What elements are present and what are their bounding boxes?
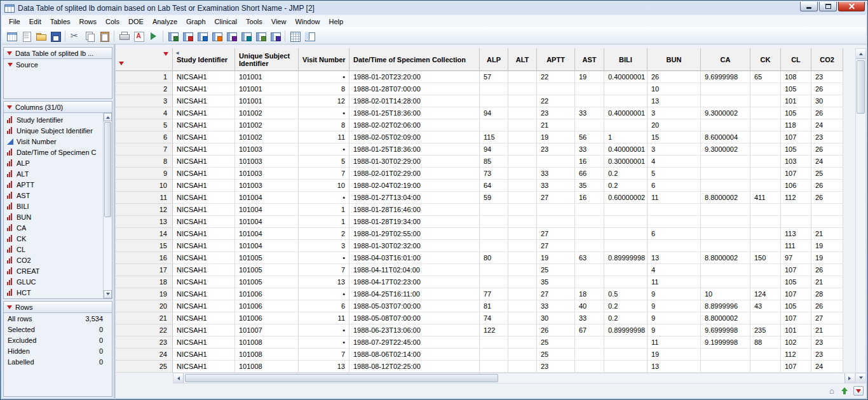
data-cell[interactable] bbox=[701, 180, 750, 192]
data-cell[interactable]: 64 bbox=[480, 180, 508, 192]
source-red-triangle-icon[interactable] bbox=[8, 63, 13, 67]
data-cell[interactable] bbox=[604, 264, 648, 276]
data-cell[interactable]: 115 bbox=[480, 131, 508, 143]
data-cell[interactable]: 105 bbox=[781, 276, 811, 288]
data-cell[interactable]: • bbox=[299, 288, 349, 300]
row-number-cell[interactable]: 22 bbox=[116, 324, 173, 337]
data-cell[interactable] bbox=[508, 156, 537, 168]
data-cell[interactable]: 108 bbox=[781, 71, 811, 83]
data-cell[interactable]: 15 bbox=[648, 131, 701, 143]
data-cell[interactable]: 85 bbox=[480, 156, 508, 168]
menu-help[interactable]: Help bbox=[325, 16, 348, 27]
rows-stat-row[interactable]: Labelled0 bbox=[4, 356, 112, 367]
column-header-unique-subject-identifier[interactable]: Unique Subject Identifier bbox=[235, 48, 299, 71]
data-cell[interactable]: 1988-01-25T18:36:00 bbox=[349, 143, 480, 156]
data-cell[interactable]: 1988-04-03T16:01:00 bbox=[349, 252, 480, 264]
data-cell[interactable]: 8.8000002 bbox=[701, 312, 750, 324]
data-cell[interactable]: 16 bbox=[575, 156, 604, 168]
data-cell[interactable]: 21 bbox=[537, 119, 575, 131]
data-cell[interactable]: 9.1999998 bbox=[701, 337, 750, 349]
data-cell[interactable] bbox=[701, 119, 750, 131]
columns-panel-red-triangle-icon[interactable] bbox=[7, 105, 12, 109]
scroll-left-button[interactable] bbox=[173, 373, 184, 383]
data-cell[interactable]: 11 bbox=[648, 337, 701, 349]
data-cell[interactable]: 67 bbox=[575, 324, 604, 337]
column-header-cl[interactable]: CL bbox=[781, 48, 811, 71]
titlebar[interactable]: Data Table of splited lb domain based on… bbox=[2, 2, 866, 15]
column-item[interactable]: Visit Number bbox=[4, 136, 102, 147]
data-cell[interactable] bbox=[750, 361, 781, 373]
data-cell[interactable] bbox=[604, 83, 648, 95]
data-cell[interactable]: 11 bbox=[299, 312, 349, 324]
data-cell[interactable]: 1988-08-12T02:25:00 bbox=[349, 361, 480, 373]
data-cell[interactable]: 9.6999998 bbox=[701, 71, 750, 83]
data-cell[interactable]: 26 bbox=[811, 83, 843, 95]
data-cell[interactable]: 26 bbox=[648, 71, 701, 83]
data-cell[interactable] bbox=[508, 180, 537, 192]
data-cell[interactable]: 4 bbox=[648, 156, 701, 168]
data-cell[interactable] bbox=[750, 264, 781, 276]
data-cell[interactable]: 27 bbox=[537, 288, 575, 300]
data-cell[interactable] bbox=[480, 349, 508, 361]
data-cell[interactable]: 25 bbox=[537, 349, 575, 361]
data-cell[interactable]: 19 bbox=[648, 349, 701, 361]
data-cell[interactable]: 24 bbox=[811, 361, 843, 373]
data-cell[interactable] bbox=[750, 349, 781, 361]
data-cell[interactable] bbox=[701, 83, 750, 95]
data-cell[interactable] bbox=[750, 143, 781, 156]
menu-window[interactable]: Window bbox=[290, 16, 324, 27]
data-cell[interactable]: 101001 bbox=[235, 71, 299, 83]
data-cell[interactable]: 113 bbox=[781, 228, 811, 240]
column-item[interactable]: BILI bbox=[4, 201, 102, 211]
data-cell[interactable]: 101006 bbox=[235, 312, 299, 324]
data-cell[interactable]: 25 bbox=[537, 264, 575, 276]
data-cell[interactable]: 9.6999998 bbox=[701, 324, 750, 337]
vertical-scrollbar-thumb[interactable] bbox=[857, 60, 865, 114]
data-cell[interactable]: 13 bbox=[299, 276, 349, 288]
row-number-cell[interactable]: 25 bbox=[116, 361, 173, 373]
data-cell[interactable]: 7 bbox=[299, 264, 349, 276]
menu-tools[interactable]: Tools bbox=[241, 16, 267, 27]
column-header-bun[interactable]: BUN bbox=[648, 48, 701, 71]
data-cell[interactable]: NICSAH1 bbox=[173, 264, 235, 276]
data-cell[interactable]: 27 bbox=[537, 192, 575, 204]
data-cell[interactable] bbox=[480, 264, 508, 276]
column-header-study-identifier[interactable]: Study Identifier bbox=[173, 48, 235, 71]
menu-edit[interactable]: Edit bbox=[25, 16, 46, 27]
data-cell[interactable]: NICSAH1 bbox=[173, 324, 235, 337]
data-cell[interactable]: 11 bbox=[648, 192, 701, 204]
data-cell[interactable]: 1988-02-01T14:28:00 bbox=[349, 95, 480, 107]
data-cell[interactable]: 0.89999998 bbox=[604, 252, 648, 264]
row-number-cell[interactable]: 11 bbox=[116, 192, 173, 204]
data-cell[interactable]: 411 bbox=[750, 192, 781, 204]
data-cell[interactable] bbox=[508, 107, 537, 119]
data-cell[interactable] bbox=[575, 276, 604, 288]
data-cell[interactable]: 124 bbox=[750, 288, 781, 300]
row-number-cell[interactable]: 15 bbox=[116, 240, 173, 252]
data-cell[interactable]: 9.3000002 bbox=[701, 143, 750, 156]
data-cell[interactable]: 23 bbox=[811, 349, 843, 361]
horizontal-scrollbar[interactable] bbox=[173, 373, 855, 383]
data-cell[interactable] bbox=[575, 216, 604, 228]
data-cell[interactable]: 25 bbox=[537, 337, 575, 349]
data-cell[interactable]: NICSAH1 bbox=[173, 168, 235, 180]
row-number-cell[interactable]: 19 bbox=[116, 288, 173, 300]
rows-stat-row[interactable]: All rows3,534 bbox=[4, 313, 112, 324]
row-number-cell[interactable]: 21 bbox=[116, 312, 173, 324]
data-cell[interactable] bbox=[604, 216, 648, 228]
column-header-bili[interactable]: BILI bbox=[604, 48, 648, 71]
data-cell[interactable] bbox=[701, 361, 750, 373]
data-cell[interactable]: 1 bbox=[299, 216, 349, 228]
data-cell[interactable]: 35 bbox=[575, 180, 604, 192]
data-cell[interactable] bbox=[480, 337, 508, 349]
data-cell[interactable]: 33 bbox=[537, 180, 575, 192]
data-cell[interactable] bbox=[701, 156, 750, 168]
new-data-table-button[interactable] bbox=[4, 29, 18, 43]
data-cell[interactable] bbox=[750, 107, 781, 119]
data-cell[interactable] bbox=[508, 264, 537, 276]
data-cell[interactable]: • bbox=[299, 192, 349, 204]
data-cell[interactable]: 5 bbox=[648, 168, 701, 180]
data-cell[interactable]: 56 bbox=[575, 131, 604, 143]
data-cell[interactable]: NICSAH1 bbox=[173, 252, 235, 264]
data-cell[interactable]: 30 bbox=[811, 95, 843, 107]
